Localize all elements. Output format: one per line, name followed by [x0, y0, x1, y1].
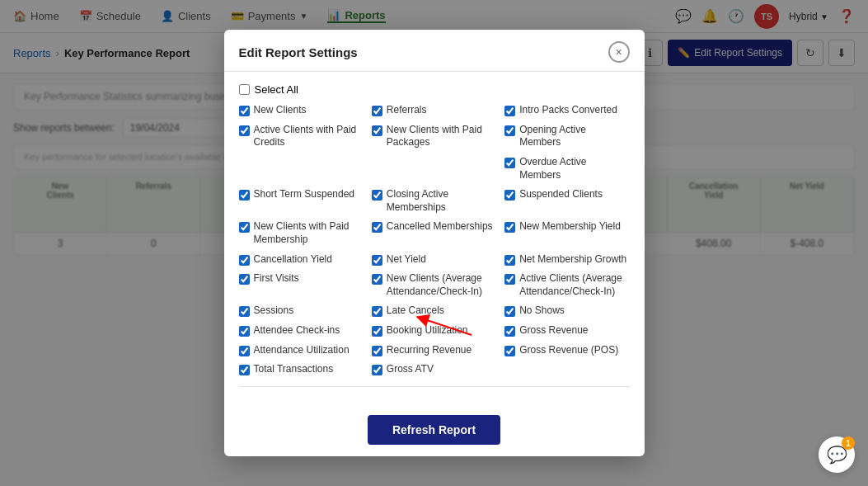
checkbox-late-cancels-label: Late Cancels	[387, 304, 444, 318]
checkbox-net-yield: Net Yield	[372, 253, 496, 267]
checkbox-closing-active-label: Closing Active Memberships	[387, 188, 496, 214]
checkbox-recurring-revenue: Recurring Revenue	[372, 344, 496, 357]
checkbox-intro-packs-input[interactable]	[504, 106, 515, 116]
checkbox-first-visits: First Visits	[239, 272, 364, 298]
checkbox-new-paid-packages-input[interactable]	[372, 125, 382, 136]
checkbox-new-paid-membership: New Clients with Paid Membership	[239, 220, 364, 246]
checkbox-referrals: Referrals	[372, 104, 496, 117]
checkbox-short-term-label: Short Term Suspended	[254, 188, 355, 201]
checkbox-new-paid-packages-label: New Clients with Paid Packages	[387, 124, 496, 149]
checkbox-gross-atv-input[interactable]	[372, 365, 382, 375]
checkbox-intro-packs-label: Intro Packs Converted	[519, 104, 617, 117]
checkbox-attendance-utilization: Attendance Utilization	[239, 344, 364, 357]
checkbox-new-membership-yield: New Membership Yield	[504, 220, 629, 246]
checkbox-net-membership-growth-label: Net Membership Growth	[519, 253, 626, 267]
checkbox-total-transactions-label: Total Transactions	[254, 363, 334, 376]
checkbox-active-paid-credits-label: Active Clients with Paid Credits	[254, 124, 364, 149]
refresh-report-button[interactable]: Refresh Report	[368, 415, 500, 445]
checkbox-active-paid-credits-input[interactable]	[239, 125, 250, 136]
select-all-checkbox[interactable]	[239, 84, 250, 95]
checkbox-new-membership-yield-label: New Membership Yield	[519, 220, 621, 234]
checkbox-first-visits-input[interactable]	[239, 274, 250, 285]
checkbox-overdue-active-input[interactable]	[504, 158, 515, 168]
select-all-label[interactable]: Select All	[255, 83, 298, 96]
checkbox-no-shows-label: No Shows	[519, 304, 565, 318]
checkbox-gross-revenue: Gross Revenue	[504, 324, 629, 337]
checkbox-grid: New Clients Referrals Intro Packs Conver…	[239, 104, 630, 376]
checkbox-attendee-checkins-label: Attendee Check-ins	[254, 324, 340, 337]
checkbox-referrals-input[interactable]	[372, 106, 382, 116]
checkbox-gross-revenue-label: Gross Revenue	[519, 324, 588, 337]
modal-footer: Refresh Report	[224, 407, 645, 456]
checkbox-overdue-active: Overdue Active Members	[504, 156, 629, 182]
checkbox-cancellation-yield-input[interactable]	[239, 255, 250, 266]
checkbox-attendee-checkins: Attendee Check-ins	[239, 324, 364, 337]
checkbox-total-transactions-input[interactable]	[239, 365, 250, 375]
checkbox-net-membership-growth-input[interactable]	[504, 255, 515, 266]
checkbox-opening-active-members-input[interactable]	[504, 125, 515, 136]
checkbox-new-paid-packages: New Clients with Paid Packages	[372, 124, 496, 149]
checkbox-no-shows: No Shows	[504, 304, 629, 318]
checkbox-new-clients-input[interactable]	[239, 106, 250, 116]
checkbox-new-paid-membership-input[interactable]	[239, 222, 250, 233]
checkbox-gross-atv: Gross ATV	[372, 363, 496, 376]
checkbox-opening-active-members: Opening Active Members	[504, 124, 629, 149]
checkbox-no-shows-input[interactable]	[504, 306, 515, 317]
checkbox-total-transactions: Total Transactions	[239, 363, 364, 376]
modal-body: Select All New Clients Referrals Intro P…	[224, 72, 645, 407]
checkbox-net-yield-input[interactable]	[372, 255, 382, 266]
checkbox-sessions-input[interactable]	[239, 306, 250, 317]
checkbox-gross-revenue-pos: Gross Revenue (POS)	[504, 344, 629, 357]
checkbox-suspended: Suspended Clients	[504, 188, 629, 214]
checkbox-cancellation-yield-label: Cancellation Yield	[254, 253, 332, 267]
checkbox-active-clients-avg-input[interactable]	[504, 274, 515, 285]
checkbox-recurring-revenue-label: Recurring Revenue	[387, 344, 472, 357]
modal-overlay: Edit Report Settings × Select All New Cl…	[0, 0, 868, 486]
checkbox-recurring-revenue-input[interactable]	[372, 346, 382, 356]
checkbox-short-term-input[interactable]	[239, 190, 250, 201]
checkbox-closing-active-input[interactable]	[372, 190, 382, 201]
chat-badge: 1	[842, 436, 855, 450]
checkbox-cancellation-yield: Cancellation Yield	[239, 253, 364, 267]
chat-bubble[interactable]: 💬 1	[819, 436, 855, 473]
checkbox-attendance-utilization-input[interactable]	[239, 346, 250, 356]
checkbox-net-yield-label: Net Yield	[387, 253, 426, 267]
checkbox-new-membership-yield-input[interactable]	[504, 222, 515, 233]
checkbox-cancelled-memberships-label: Cancelled Memberships	[387, 220, 493, 234]
checkbox-gross-revenue-pos-input[interactable]	[504, 346, 515, 356]
checkbox-intro-packs: Intro Packs Converted	[504, 104, 629, 117]
checkbox-active-clients-avg-label: Active Clients (Average Attendance/Check…	[519, 272, 629, 298]
checkbox-short-term: Short Term Suspended	[239, 188, 364, 214]
checkbox-overdue-active-label: Overdue Active Members	[519, 156, 629, 182]
checkbox-cancelled-memberships-input[interactable]	[372, 222, 382, 233]
checkbox-sessions-label: Sessions	[254, 304, 294, 318]
checkbox-late-cancels: Late Cancels	[372, 304, 496, 318]
checkbox-new-clients-label: New Clients	[254, 104, 307, 117]
checkbox-booking-utilization-label: Booking Utilization	[387, 324, 468, 337]
checkbox-gross-revenue-pos-label: Gross Revenue (POS)	[519, 344, 618, 357]
checkbox-opening-active-members-label: Opening Active Members	[519, 124, 629, 149]
checkbox-net-membership-growth: Net Membership Growth	[504, 253, 629, 267]
checkbox-attendance-utilization-label: Attendance Utilization	[254, 344, 350, 357]
checkbox-suspended-input[interactable]	[504, 190, 515, 201]
checkbox-booking-utilization: Booking Utilization	[372, 324, 496, 337]
checkbox-late-cancels-input[interactable]	[372, 306, 382, 317]
checkbox-new-clients-avg: New Clients (Average Attendance/Check-In…	[372, 272, 496, 298]
checkbox-referrals-label: Referrals	[387, 104, 427, 117]
checkbox-closing-active: Closing Active Memberships	[372, 188, 496, 214]
modal-divider	[239, 386, 630, 387]
checkbox-gross-revenue-input[interactable]	[504, 326, 515, 337]
modal-close-button[interactable]: ×	[608, 41, 630, 63]
checkbox-new-paid-membership-label: New Clients with Paid Membership	[254, 220, 364, 246]
checkbox-new-clients-avg-input[interactable]	[372, 274, 382, 285]
checkbox-booking-utilization-input[interactable]	[372, 326, 382, 337]
checkbox-new-clients-avg-label: New Clients (Average Attendance/Check-In…	[387, 272, 496, 298]
checkbox-sessions: Sessions	[239, 304, 364, 318]
checkbox-active-clients-avg: Active Clients (Average Attendance/Check…	[504, 272, 629, 298]
checkbox-active-paid-credits: Active Clients with Paid Credits	[239, 124, 364, 149]
checkbox-attendee-checkins-input[interactable]	[239, 326, 250, 337]
checkbox-new-clients: New Clients	[239, 104, 364, 117]
select-all-row: Select All	[239, 83, 630, 96]
checkbox-first-visits-label: First Visits	[254, 272, 299, 285]
modal-header: Edit Report Settings ×	[224, 30, 645, 72]
